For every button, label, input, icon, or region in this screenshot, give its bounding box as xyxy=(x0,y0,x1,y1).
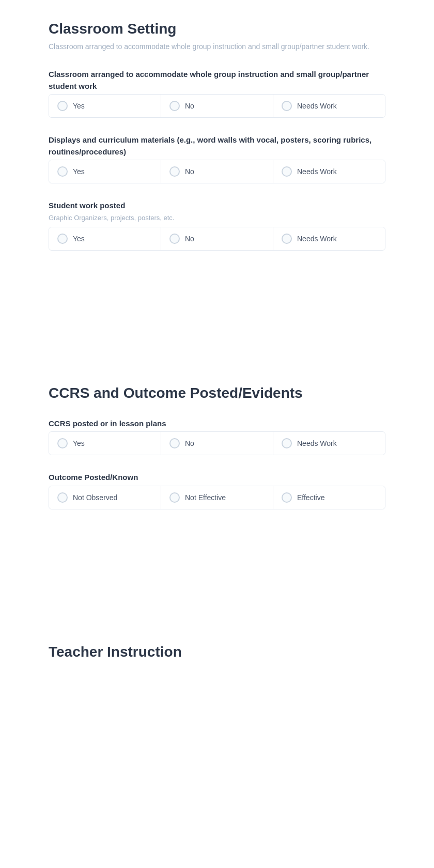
option-q3-needswork[interactable]: Needs Work xyxy=(273,227,385,250)
option-q5-effective[interactable]: Effective xyxy=(273,486,385,509)
question-label-q2: Displays and curriculum materials (e.g.,… xyxy=(49,134,385,158)
option-q4-yes[interactable]: Yes xyxy=(49,432,161,455)
radio-q5-not-effective xyxy=(169,492,180,503)
question-label-q5: Outcome Posted/Known xyxy=(49,472,385,484)
option-q2-needswork[interactable]: Needs Work xyxy=(273,160,385,183)
section-title-classroom: Classroom Setting xyxy=(49,21,385,37)
option-q4-no[interactable]: No xyxy=(161,432,273,455)
option-q3-no[interactable]: No xyxy=(161,227,273,250)
options-row-q5: Not Observed Not Effective Effective xyxy=(49,486,385,509)
radio-q5-not-observed xyxy=(57,492,68,503)
option-q3-yes[interactable]: Yes xyxy=(49,227,161,250)
option-label-q3-yes: Yes xyxy=(73,235,85,243)
radio-q3-no xyxy=(169,234,180,244)
radio-q2-needswork xyxy=(282,166,292,177)
question-block-q2: Displays and curriculum materials (e.g.,… xyxy=(49,134,385,183)
section-subtitle-classroom: Classroom arranged to accommodate whole … xyxy=(49,41,385,52)
question-block-q1: Classroom arranged to accommodate whole … xyxy=(49,69,385,118)
spacer-2 xyxy=(49,540,385,644)
question-hint-q3: Graphic Organizers, projects, posters, e… xyxy=(49,214,385,222)
option-q2-yes[interactable]: Yes xyxy=(49,160,161,183)
option-q5-not-observed[interactable]: Not Observed xyxy=(49,486,161,509)
option-q4-needswork[interactable]: Needs Work xyxy=(273,432,385,455)
question-block-q5: Outcome Posted/Known Not Observed Not Ef… xyxy=(49,472,385,509)
options-row-q1: Yes No Needs Work xyxy=(49,94,385,118)
options-row-q4: Yes No Needs Work xyxy=(49,431,385,455)
section-ccrs: CCRS and Outcome Posted/Evidents CCRS po… xyxy=(49,385,385,509)
option-label-q2-yes: Yes xyxy=(73,167,85,176)
question-label-q4: CCRS posted or in lesson plans xyxy=(49,418,385,430)
radio-q1-needswork xyxy=(282,101,292,111)
option-label-q4-needswork: Needs Work xyxy=(297,439,337,447)
radio-q2-yes xyxy=(57,166,68,177)
option-q1-no[interactable]: No xyxy=(161,95,273,117)
option-label-q4-yes: Yes xyxy=(73,439,85,447)
option-label-q2-no: No xyxy=(185,167,194,176)
section-title-ccrs: CCRS and Outcome Posted/Evidents xyxy=(49,385,385,401)
option-label-q1-needswork: Needs Work xyxy=(297,102,337,110)
option-q1-needswork[interactable]: Needs Work xyxy=(273,95,385,117)
radio-q4-no xyxy=(169,438,180,448)
question-block-q3: Student work posted Graphic Organizers, … xyxy=(49,200,385,251)
question-block-q4: CCRS posted or in lesson plans Yes No Ne… xyxy=(49,418,385,456)
radio-q5-effective xyxy=(282,492,292,503)
option-label-q3-needswork: Needs Work xyxy=(297,235,337,243)
option-label-q5-not-observed: Not Observed xyxy=(73,493,117,502)
option-label-q4-no: No xyxy=(185,439,194,447)
section-title-teacher: Teacher Instruction xyxy=(49,644,385,660)
option-label-q1-yes: Yes xyxy=(73,102,85,110)
radio-q3-needswork xyxy=(282,234,292,244)
option-label-q2-needswork: Needs Work xyxy=(297,167,337,176)
options-row-q3: Yes No Needs Work xyxy=(49,227,385,251)
option-label-q1-no: No xyxy=(185,102,194,110)
section-teacher-instruction: Teacher Instruction xyxy=(49,644,385,660)
option-q2-no[interactable]: No xyxy=(161,160,273,183)
spacer-1 xyxy=(49,282,385,385)
option-q1-yes[interactable]: Yes xyxy=(49,95,161,117)
radio-q1-no xyxy=(169,101,180,111)
radio-q4-yes xyxy=(57,438,68,448)
option-q5-not-effective[interactable]: Not Effective xyxy=(161,486,273,509)
radio-q4-needswork xyxy=(282,438,292,448)
page-container: Classroom Setting Classroom arranged to … xyxy=(0,0,434,712)
options-row-q2: Yes No Needs Work xyxy=(49,160,385,183)
section-classroom-setting: Classroom Setting Classroom arranged to … xyxy=(49,21,385,251)
option-label-q3-no: No xyxy=(185,235,194,243)
option-label-q5-effective: Effective xyxy=(297,493,324,502)
radio-q3-yes xyxy=(57,234,68,244)
radio-q1-yes xyxy=(57,101,68,111)
radio-q2-no xyxy=(169,166,180,177)
option-label-q5-not-effective: Not Effective xyxy=(185,493,226,502)
question-label-q3: Student work posted xyxy=(49,200,385,212)
question-label-q1: Classroom arranged to accommodate whole … xyxy=(49,69,385,92)
